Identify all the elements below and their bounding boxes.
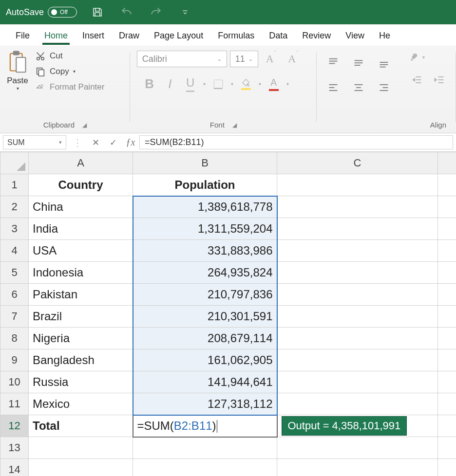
tab-review[interactable]: Review	[299, 27, 334, 46]
font-launcher-icon[interactable]: ◢	[232, 122, 237, 128]
tab-home[interactable]: Home	[41, 27, 71, 46]
customize-qat-button[interactable]	[176, 3, 194, 21]
col-header-a[interactable]: A	[29, 152, 133, 174]
cell[interactable]	[438, 371, 456, 393]
grow-font-button[interactable]: Aˆ	[261, 51, 281, 67]
tab-formulas[interactable]: Formulas	[215, 27, 257, 46]
col-header-c[interactable]: C	[277, 152, 438, 174]
cell-b6[interactable]: 210,797,836	[133, 284, 277, 306]
enter-formula-button[interactable]: ✓	[104, 133, 122, 151]
copy-button[interactable]: Copy ▾	[35, 66, 104, 77]
row-header[interactable]: 5	[0, 262, 29, 284]
save-button[interactable]	[89, 3, 106, 21]
autosave-toggle[interactable]: AutoSave Off	[6, 7, 77, 18]
cell[interactable]	[277, 328, 438, 349]
cell-b2[interactable]: 1,389,618,778	[133, 196, 277, 218]
name-box[interactable]: SUM ▾	[3, 135, 66, 149]
cell-a9[interactable]: Bangladesh	[29, 349, 133, 371]
tab-data[interactable]: Data	[266, 27, 290, 46]
format-painter-button[interactable]: Format Painter	[35, 82, 104, 92]
select-all-corner[interactable]	[0, 152, 29, 174]
row-header[interactable]: 12	[0, 415, 29, 437]
cell[interactable]	[277, 349, 438, 371]
cell[interactable]	[29, 437, 133, 459]
insert-function-button[interactable]: ƒx	[122, 133, 139, 151]
row-header[interactable]: 4	[0, 240, 29, 262]
chevron-down-icon[interactable]: ▾	[285, 81, 291, 87]
tab-file[interactable]: File	[13, 27, 33, 46]
tab-insert[interactable]: Insert	[79, 27, 107, 46]
cell[interactable]	[438, 415, 456, 437]
cell[interactable]	[438, 196, 456, 218]
cell-b9[interactable]: 161,062,905	[133, 349, 277, 371]
cell-b8[interactable]: 208,679,114	[133, 328, 277, 349]
cell-a4[interactable]: USA	[29, 240, 133, 262]
cell[interactable]	[277, 262, 438, 284]
cell-d1[interactable]	[438, 174, 456, 196]
undo-button[interactable]	[118, 3, 135, 21]
chevron-down-icon[interactable]: ▾	[257, 81, 263, 87]
cut-button[interactable]: Cut	[35, 51, 104, 61]
font-size-select[interactable]: 11 ⌄	[230, 51, 258, 67]
cell[interactable]	[133, 437, 277, 459]
cell-a3[interactable]: India	[29, 218, 133, 240]
align-bottom-button[interactable]	[374, 51, 394, 74]
cell[interactable]	[277, 371, 438, 393]
cell[interactable]	[277, 393, 438, 415]
decrease-indent-button[interactable]	[407, 74, 427, 86]
align-middle-button[interactable]	[349, 51, 368, 74]
row-header[interactable]: 6	[0, 284, 29, 306]
font-color-button[interactable]: A	[264, 77, 284, 91]
align-top-button[interactable]	[323, 51, 343, 74]
italic-button[interactable]: I	[160, 76, 180, 92]
cell[interactable]	[438, 437, 456, 459]
orientation-button[interactable]: ab▾	[407, 51, 427, 63]
col-header-d[interactable]	[438, 152, 456, 174]
shrink-font-button[interactable]: Aˇ	[283, 51, 303, 67]
cell-c1[interactable]	[277, 174, 438, 196]
row-header[interactable]: 13	[0, 437, 29, 459]
fill-color-button[interactable]	[236, 78, 256, 90]
cell[interactable]	[438, 284, 456, 306]
cell[interactable]	[29, 459, 133, 476]
border-button[interactable]	[209, 79, 228, 90]
col-header-b[interactable]: B	[133, 152, 277, 174]
tab-page-layout[interactable]: Page Layout	[151, 27, 206, 46]
cell-b11[interactable]: 127,318,112	[133, 393, 277, 415]
cell-b4[interactable]: 331,883,986	[133, 240, 277, 262]
redo-button[interactable]	[147, 3, 165, 21]
cell-a8[interactable]: Nigeria	[29, 328, 133, 349]
row-header[interactable]: 10	[0, 371, 29, 393]
spreadsheet-grid[interactable]: A B C 1 Country Population 2 China 1,389…	[0, 152, 456, 476]
increase-indent-button[interactable]	[430, 74, 449, 86]
row-header[interactable]: 2	[0, 196, 29, 218]
font-name-select[interactable]: Calibri ⌄	[137, 51, 227, 67]
cell[interactable]	[277, 284, 438, 306]
cell-b5[interactable]: 264,935,824	[133, 262, 277, 284]
cell[interactable]	[277, 437, 438, 459]
row-header[interactable]: 3	[0, 218, 29, 240]
cell-a5[interactable]: Indonesia	[29, 262, 133, 284]
formula-input[interactable]: =SUM(B2:B11)	[139, 135, 453, 149]
chevron-down-icon[interactable]: ▾	[201, 81, 208, 87]
cell[interactable]	[438, 328, 456, 349]
cell-a6[interactable]: Pakistan	[29, 284, 133, 306]
cell[interactable]	[438, 306, 456, 328]
cancel-formula-button[interactable]: ✕	[87, 133, 104, 151]
chevron-down-icon[interactable]: ▾	[229, 81, 235, 87]
row-header[interactable]: 1	[0, 174, 29, 196]
cell[interactable]	[133, 459, 277, 476]
cell-a7[interactable]: Brazil	[29, 306, 133, 328]
cell[interactable]	[438, 393, 456, 415]
cell[interactable]	[277, 306, 438, 328]
cell-a12[interactable]: Total	[29, 415, 133, 437]
row-header[interactable]: 8	[0, 328, 29, 349]
clipboard-launcher-icon[interactable]: ◢	[82, 122, 87, 128]
row-header[interactable]: 9	[0, 349, 29, 371]
cell[interactable]	[438, 459, 456, 476]
cell-b7[interactable]: 210,301,591	[133, 306, 277, 328]
cell-b3[interactable]: 1,311,559,204	[133, 218, 277, 240]
cell-b1[interactable]: Population	[133, 174, 277, 196]
cell[interactable]	[277, 218, 438, 240]
tab-help[interactable]: He	[376, 27, 393, 46]
